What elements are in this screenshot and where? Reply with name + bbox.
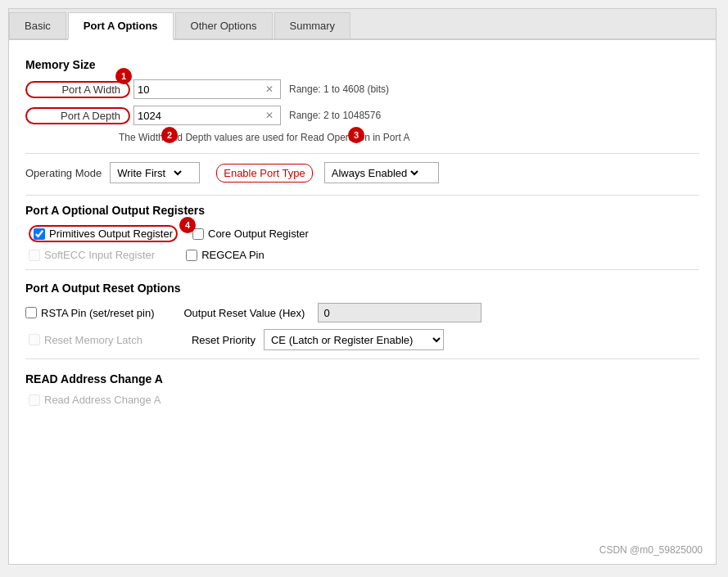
port-a-width-clear[interactable]: ✕ <box>261 81 278 97</box>
softECC-input-register-item: SoftECC Input Register <box>29 249 155 261</box>
annotation-3: 3 <box>348 127 364 143</box>
port-a-width-input-wrap: ✕ <box>133 79 281 99</box>
reset-priority-label: Reset Priority <box>192 334 255 346</box>
rsta-pin-label: RSTA Pin (set/reset pin) <box>41 307 154 319</box>
primitives-output-register-checkbox[interactable] <box>34 228 45 240</box>
tab-other-options[interactable]: Other Options <box>175 12 273 38</box>
softECC-input-register-label: SoftECC Input Register <box>44 249 155 261</box>
port-a-width-input[interactable] <box>134 80 261 98</box>
operating-mode-label: Operating Mode <box>25 167 102 179</box>
operating-mode-select-wrap: Write First Read First No Change <box>110 162 200 183</box>
read-address-change-checkbox[interactable] <box>29 394 40 406</box>
softECC-input-register-checkbox[interactable] <box>29 250 40 261</box>
tab-port-a-options[interactable]: Port A Options <box>68 12 174 40</box>
regcea-pin-label: REGCEA Pin <box>201 249 265 261</box>
rsta-pin-checkbox[interactable] <box>25 307 37 318</box>
port-a-width-range: Range: 1 to 4608 (bits) <box>289 83 389 95</box>
regcea-pin-checkbox[interactable] <box>186 250 197 261</box>
port-a-depth-range: Range: 2 to 1048576 <box>289 110 381 121</box>
read-address-title: READ Address Change A <box>25 372 699 385</box>
read-address-change-item: Read Address Change A <box>29 394 161 406</box>
watermark: CSDN @m0_59825000 <box>599 544 703 556</box>
annotation-1: 1 <box>115 68 132 84</box>
tab-basic[interactable]: Basic <box>9 12 66 38</box>
tab-summary[interactable]: Summary <box>274 12 351 38</box>
primitives-output-register-label: Primitives Output Register <box>49 228 173 240</box>
helper-text: The Width and Depth values are used for … <box>119 132 699 143</box>
regcea-pin-item: REGCEA Pin <box>186 249 265 261</box>
output-reset-title: Port A Output Reset Options <box>25 282 699 295</box>
reset-priority-select[interactable]: CE (Latch or Register Enable) SR (Set/Re… <box>264 329 444 350</box>
output-reset-value-input[interactable] <box>318 303 482 322</box>
enable-port-type-select-wrap: Always Enabled Use ENA Pin <box>324 162 439 183</box>
read-address-change-label: Read Address Change A <box>44 394 161 406</box>
operating-mode-select[interactable]: Write First Read First No Change <box>114 166 184 180</box>
output-registers-title: Port A Optional Output Registers <box>25 204 699 217</box>
reset-memory-latch-item: Reset Memory Latch <box>29 334 142 346</box>
port-a-depth-label: Port A Depth <box>30 110 120 122</box>
output-reset-value-label: Output Reset Value (Hex) <box>183 307 305 319</box>
tab-bar: Basic Port A Options Other Options Summa… <box>9 9 716 40</box>
port-a-depth-clear[interactable]: ✕ <box>261 107 278 124</box>
port-a-depth-input-wrap: ✕ <box>133 106 281 125</box>
port-a-width-label: Port A Width <box>30 83 120 96</box>
annotation-2: 2 <box>161 127 178 143</box>
core-output-register-label: Core Output Register <box>208 228 309 240</box>
rsta-pin-item: RSTA Pin (set/reset pin) <box>25 307 154 319</box>
annotation-4: 4 <box>179 217 196 233</box>
enable-port-type-label: Enable Port Type <box>216 164 313 183</box>
core-output-register-item: Core Output Register <box>192 228 309 240</box>
reset-memory-latch-checkbox[interactable] <box>29 334 40 345</box>
reset-memory-latch-label: Reset Memory Latch <box>44 334 142 346</box>
enable-port-type-select[interactable]: Always Enabled Use ENA Pin <box>328 166 421 180</box>
port-a-depth-input[interactable] <box>134 106 261 124</box>
primitives-output-register-item: Primitives Output Register <box>34 228 173 240</box>
